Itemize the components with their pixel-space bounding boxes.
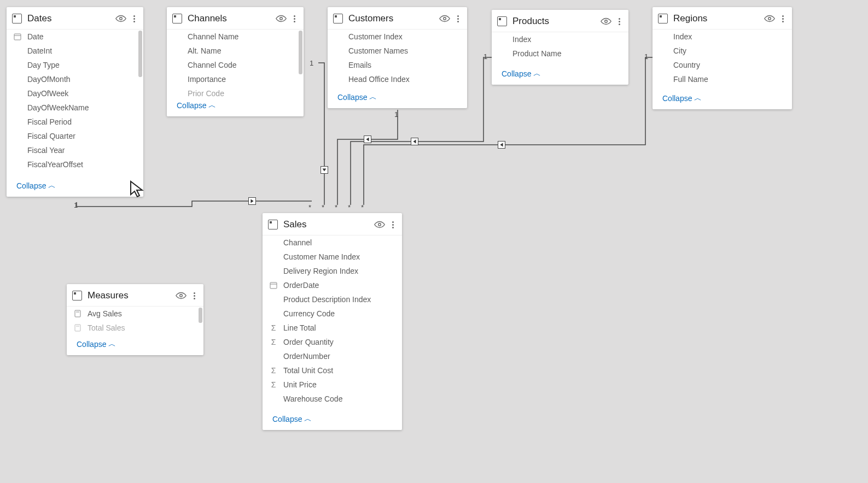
table-regions[interactable]: Regions Index City Country Full Name Col… xyxy=(653,7,792,109)
table-icon xyxy=(268,220,278,229)
svg-rect-11 xyxy=(75,310,80,317)
table-measures[interactable]: Measures Avg Sales Total Sales Collapse︿ xyxy=(67,284,203,355)
field-item[interactable]: Index xyxy=(653,30,792,44)
table-icon xyxy=(658,14,668,23)
field-item[interactable]: Head Office Index xyxy=(328,72,467,86)
field-item[interactable]: OrderDate xyxy=(263,278,402,292)
table-sales[interactable]: Sales Channel Customer Name Index Delive… xyxy=(263,213,402,430)
chevron-up-icon: ︿ xyxy=(694,93,702,103)
field-item[interactable]: Alt. Name xyxy=(167,44,304,58)
scrollbar[interactable] xyxy=(299,31,302,74)
field-item[interactable]: Channel Code xyxy=(167,58,304,72)
field-item[interactable]: Customer Name Index xyxy=(263,250,402,264)
field-item[interactable]: Product Name xyxy=(492,46,628,61)
chevron-up-icon: ︿ xyxy=(48,181,56,191)
field-item[interactable]: Date xyxy=(7,30,143,44)
field-item[interactable]: DayOfWeekName xyxy=(7,101,143,115)
visibility-icon[interactable] xyxy=(439,13,451,25)
field-item[interactable]: ΣOrder Quantity xyxy=(263,335,402,349)
field-item[interactable]: DayOfWeek xyxy=(7,86,143,101)
svg-rect-13 xyxy=(75,325,80,331)
svg-point-4 xyxy=(444,17,446,20)
svg-point-10 xyxy=(180,294,183,297)
more-options-icon[interactable] xyxy=(130,13,138,25)
field-item[interactable]: Customer Names xyxy=(328,44,467,58)
table-icon xyxy=(172,14,182,23)
table-icon xyxy=(12,14,22,23)
scrollbar[interactable] xyxy=(138,31,142,77)
field-item[interactable]: Fiscal Quarter xyxy=(7,129,143,143)
field-item[interactable]: Channel xyxy=(263,235,402,250)
field-item[interactable]: Delivery Region Index xyxy=(263,264,402,278)
table-title: Sales xyxy=(283,219,374,230)
collapse-link[interactable]: Collapse︿ xyxy=(328,90,467,108)
collapse-link[interactable]: Collapse︿ xyxy=(67,337,203,355)
table-channels[interactable]: Channels Channel Name Alt. Name Channel … xyxy=(167,7,304,116)
visibility-icon[interactable] xyxy=(600,15,612,27)
date-icon xyxy=(12,32,23,42)
field-item[interactable]: Index xyxy=(492,32,628,46)
collapse-link[interactable]: Collapse︿ xyxy=(7,178,143,197)
field-item[interactable]: Channel Name xyxy=(167,30,304,44)
visibility-icon[interactable] xyxy=(764,13,776,25)
field-item[interactable]: DateInt xyxy=(7,44,143,58)
collapse-link[interactable]: Collapse︿ xyxy=(492,66,628,85)
visibility-icon[interactable] xyxy=(115,13,127,25)
cardinality-one: 1 xyxy=(74,201,78,209)
field-item[interactable]: OrderNumber xyxy=(263,349,402,363)
cardinality-many: * xyxy=(308,203,311,211)
field-item[interactable]: Full Name xyxy=(653,72,792,86)
svg-rect-1 xyxy=(14,34,21,40)
sigma-icon: Σ xyxy=(268,337,279,347)
svg-point-5 xyxy=(605,20,608,23)
table-dates[interactable]: Dates Date DateInt Day Type DayOfMonth D… xyxy=(7,7,143,197)
cardinality-one: 1 xyxy=(394,110,398,119)
field-item[interactable]: ΣLine Total xyxy=(263,321,402,335)
field-item[interactable]: Total Sales xyxy=(67,321,203,335)
field-item[interactable]: Fiscal Period xyxy=(7,115,143,129)
table-title: Channels xyxy=(188,13,275,24)
field-item[interactable]: Product Description Index xyxy=(263,292,402,307)
cardinality-one: 1 xyxy=(310,59,313,67)
field-item[interactable]: Fiscal Year xyxy=(7,143,143,157)
field-item[interactable]: Importance xyxy=(167,72,304,86)
field-item[interactable]: Warehouse Code xyxy=(263,392,402,406)
table-title: Products xyxy=(512,16,600,27)
field-item[interactable]: FiscalYearOffset xyxy=(7,157,143,172)
chevron-up-icon: ︿ xyxy=(208,101,216,110)
chevron-up-icon: ︿ xyxy=(108,339,116,349)
visibility-icon[interactable] xyxy=(275,13,287,25)
more-options-icon[interactable] xyxy=(290,13,298,25)
table-customers[interactable]: Customers Customer Index Customer Names … xyxy=(328,7,467,108)
table-title: Dates xyxy=(27,13,115,24)
field-item[interactable]: ΣUnit Price xyxy=(263,378,402,392)
table-icon xyxy=(333,14,343,23)
collapse-link[interactable]: Collapse︿ xyxy=(263,411,402,430)
visibility-icon[interactable] xyxy=(175,290,187,302)
field-item[interactable]: Day Type xyxy=(7,58,143,72)
more-options-icon[interactable] xyxy=(454,13,462,25)
field-item[interactable]: City xyxy=(653,44,792,58)
svg-point-6 xyxy=(768,17,771,20)
direction-marker xyxy=(498,141,505,149)
more-options-icon[interactable] xyxy=(779,13,787,25)
visibility-icon[interactable] xyxy=(374,219,386,231)
more-options-icon[interactable] xyxy=(615,15,623,27)
svg-point-3 xyxy=(280,17,283,20)
collapse-link[interactable]: Collapse︿ xyxy=(653,91,792,109)
chevron-up-icon: ︿ xyxy=(304,414,312,424)
collapse-link[interactable]: Collapse︿ xyxy=(167,98,304,116)
more-options-icon[interactable] xyxy=(389,219,397,231)
field-item[interactable]: Emails xyxy=(328,58,467,72)
field-item[interactable]: Prior Code xyxy=(167,86,304,98)
field-item[interactable]: ΣTotal Unit Cost xyxy=(263,363,402,378)
more-options-icon[interactable] xyxy=(190,290,198,302)
table-products[interactable]: Products Index Product Name Collapse︿ xyxy=(492,10,628,85)
field-item[interactable]: DayOfMonth xyxy=(7,72,143,86)
field-item[interactable]: Avg Sales xyxy=(67,307,203,321)
field-item[interactable]: Customer Index xyxy=(328,30,467,44)
field-item[interactable]: Country xyxy=(653,58,792,72)
field-item[interactable]: Currency Code xyxy=(263,307,402,321)
svg-point-0 xyxy=(120,17,123,20)
sigma-icon: Σ xyxy=(268,366,279,375)
